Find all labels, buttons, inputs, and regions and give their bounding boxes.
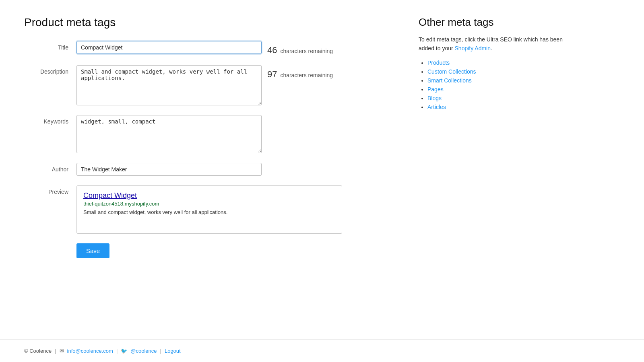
preview-title[interactable]: Compact Widget bbox=[83, 191, 335, 200]
other-meta-description: To edit meta tags, click the Ultra SEO l… bbox=[419, 35, 580, 53]
list-item: Custom Collections bbox=[427, 68, 580, 75]
articles-link[interactable]: Articles bbox=[427, 104, 446, 110]
author-label: Author bbox=[24, 163, 76, 173]
title-label: Title bbox=[24, 41, 76, 51]
smart-collections-link[interactable]: Smart Collections bbox=[427, 77, 472, 84]
list-item: Pages bbox=[427, 86, 580, 93]
author-row: Author bbox=[24, 163, 386, 176]
preview-description: Small and compact widget, works very wel… bbox=[83, 208, 335, 216]
blogs-link[interactable]: Blogs bbox=[427, 95, 442, 101]
custom-collections-link[interactable]: Custom Collections bbox=[427, 68, 476, 75]
meta-links-list: Products Custom Collections Smart Collec… bbox=[419, 60, 580, 110]
footer-email-link[interactable]: info@coolence.com bbox=[67, 348, 113, 354]
shopify-admin-link[interactable]: Shopify Admin bbox=[455, 45, 491, 51]
description-row: Description Small and compact widget, wo… bbox=[24, 65, 386, 105]
title-input[interactable] bbox=[76, 41, 262, 54]
save-button[interactable]: Save bbox=[76, 243, 109, 258]
title-chars-label: characters remaining bbox=[280, 48, 333, 54]
other-meta-title: Other meta tags bbox=[419, 16, 580, 29]
products-link[interactable]: Products bbox=[427, 60, 450, 66]
description-char-count: 97 characters remaining bbox=[267, 65, 333, 80]
twitter-icon: 🐦 bbox=[121, 348, 127, 354]
author-input[interactable] bbox=[76, 163, 262, 176]
footer-logout-link[interactable]: Logout bbox=[165, 348, 181, 354]
footer-twitter-link[interactable]: @coolence bbox=[130, 348, 157, 354]
description-field-wrap: Small and compact widget, works very wel… bbox=[76, 65, 386, 105]
list-item: Blogs bbox=[427, 95, 580, 101]
list-item: Smart Collections bbox=[427, 77, 580, 84]
footer-sep-2: | bbox=[116, 348, 118, 354]
title-field-wrap: 46 characters remaining bbox=[76, 41, 386, 56]
preview-box: Compact Widget thiel-quitzon4518.myshopi… bbox=[76, 185, 342, 234]
title-row: Title 46 characters remaining bbox=[24, 41, 386, 56]
keywords-input[interactable]: widget, small, compact bbox=[76, 115, 262, 153]
preview-field-wrap: Compact Widget thiel-quitzon4518.myshopi… bbox=[76, 185, 386, 234]
author-field-wrap bbox=[76, 163, 386, 176]
list-item: Products bbox=[427, 60, 580, 66]
keywords-field-wrap: widget, small, compact bbox=[76, 115, 386, 153]
footer-copyright: © Coolence bbox=[24, 348, 52, 354]
description-chars-label: characters remaining bbox=[280, 72, 333, 78]
keywords-row: Keywords widget, small, compact bbox=[24, 115, 386, 153]
preview-url: thiel-quitzon4518.myshopify.com bbox=[83, 201, 335, 207]
list-item: Articles bbox=[427, 104, 580, 110]
footer-sep-3: | bbox=[160, 348, 161, 354]
right-panel: Other meta tags To edit meta tags, click… bbox=[419, 16, 580, 323]
page-title: Product meta tags bbox=[24, 16, 386, 29]
footer-sep-1: | bbox=[55, 348, 56, 354]
pages-link[interactable]: Pages bbox=[427, 86, 444, 93]
title-char-count: 46 characters remaining bbox=[267, 41, 333, 56]
email-icon: ✉ bbox=[60, 348, 64, 354]
footer: © Coolence | ✉ info@coolence.com | 🐦 @co… bbox=[0, 339, 644, 362]
description-label: Description bbox=[24, 65, 76, 75]
description-chars-number: 97 bbox=[267, 69, 277, 79]
description-input[interactable]: Small and compact widget, works very wel… bbox=[76, 65, 262, 105]
preview-row: Preview Compact Widget thiel-quitzon4518… bbox=[24, 185, 386, 234]
keywords-label: Keywords bbox=[24, 115, 76, 125]
title-chars-number: 46 bbox=[267, 45, 277, 55]
preview-label: Preview bbox=[24, 185, 76, 195]
